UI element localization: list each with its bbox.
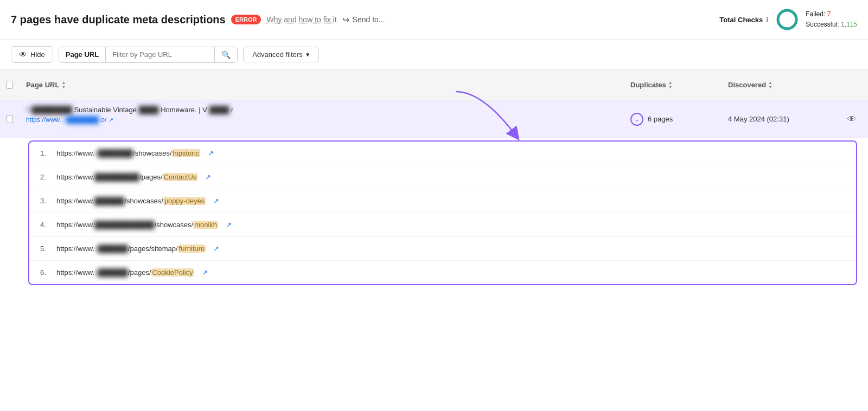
successful-label: Successful: [806, 21, 839, 28]
checks-stats: Failed: 7 Successful: 1,115 [806, 9, 857, 30]
send-to-button[interactable]: ↪ Send to... [342, 15, 385, 25]
search-icon: 🔍 [221, 50, 231, 59]
col-header-page-url[interactable]: Page URL ▲▼ [20, 75, 624, 94]
title-section: 7 pages have duplicate meta descriptions… [11, 14, 711, 26]
dup-index: 5. [40, 245, 51, 253]
list-item: 4. https://www.████████████/showcases/mo… [29, 213, 856, 237]
table-row: Vi████████ Sustainable Vintage ████ Home… [0, 100, 868, 138]
advanced-filters-button[interactable]: Advanced filters ▾ [243, 47, 319, 62]
external-link-icon: ↗ [108, 117, 113, 124]
list-item: 2. https://www.█████████/pages/ContactUs… [29, 165, 856, 189]
successful-count: 1,115 [841, 21, 857, 28]
failed-count: 7 [827, 10, 831, 18]
select-all-cell [0, 75, 20, 94]
svg-point-1 [778, 10, 796, 29]
dup-external-link-1[interactable]: ↗ [208, 149, 214, 157]
table-header: Page URL ▲▼ Duplicates ▲▼ Discovered ▲▼ [0, 70, 868, 100]
dup-index: 4. [40, 221, 51, 229]
list-item: 6. https://www.v██████/pages/CookiePolic… [29, 261, 856, 284]
page-url-label: Page URL [59, 47, 106, 62]
total-checks-label: Total Checks [719, 16, 763, 24]
sort-arrows-url: ▲▼ [61, 81, 66, 89]
dup-index: 1. [40, 149, 51, 157]
row-checkbox[interactable] [7, 115, 13, 123]
col-header-duplicates[interactable]: Duplicates ▲▼ [624, 75, 722, 94]
filter-bar: 👁 Hide Page URL 🔍 Advanced filters ▾ [0, 40, 868, 70]
hide-button[interactable]: 👁 Hide [11, 46, 53, 63]
search-button[interactable]: 🔍 [214, 47, 237, 62]
dup-external-link-6[interactable]: ↗ [202, 268, 208, 277]
row-discovered-cell: 4 May 2024 (02:31) [722, 100, 841, 138]
row-url-cell: Vi████████ Sustainable Vintage ████ Home… [20, 100, 624, 138]
list-item: 1. https://www.v███████/showcases/hipsto… [29, 142, 856, 165]
row-actions-cell: 👁 [841, 100, 868, 138]
duplicates-count: 6 pages [648, 115, 673, 123]
duplicates-expanded-panel: 1. https://www.v███████/showcases/hipsto… [28, 140, 857, 285]
row-eye-button[interactable]: 👁 [847, 114, 856, 124]
list-item: 3. https://www.██████/showcases/poppy-de… [29, 189, 856, 213]
col-header-discovered[interactable]: Discovered ▲▼ [722, 75, 841, 94]
url-filter-input[interactable] [106, 47, 214, 62]
dup-external-link-5[interactable]: ↗ [213, 245, 219, 253]
dup-index: 3. [40, 197, 51, 205]
row-duplicates-cell: ⌄ 6 pages [624, 100, 722, 138]
total-checks-panel: Total Checks ℹ Failed: 7 Successful: 1,1… [719, 8, 857, 31]
chevron-down-icon: ▾ [306, 50, 310, 59]
data-table: Page URL ▲▼ Duplicates ▲▼ Discovered ▲▼ … [0, 70, 868, 292]
select-all-checkbox[interactable] [7, 81, 13, 89]
page-url-link[interactable]: https://www.v███████o/ ↗ [26, 116, 113, 124]
info-icon[interactable]: ℹ [766, 16, 769, 23]
expand-duplicates-button[interactable]: ⌄ [630, 113, 643, 126]
send-to-icon: ↪ [342, 15, 349, 25]
error-badge: error [231, 15, 261, 24]
page-title-text: Vi████████ Sustainable Vintage ████ Home… [26, 106, 233, 114]
fix-link[interactable]: Why and how to fix it [266, 15, 336, 24]
dup-external-link-2[interactable]: ↗ [205, 173, 211, 181]
dup-index: 2. [40, 173, 51, 181]
url-filter-group: Page URL 🔍 [59, 47, 238, 63]
list-item: 5. https://www.v██████/pages/sitemap/fur… [29, 237, 856, 261]
sort-arrows-duplicates: ▲▼ [668, 81, 673, 89]
donut-chart [775, 8, 799, 31]
page-header: 7 pages have duplicate meta descriptions… [0, 0, 868, 40]
dup-external-link-4[interactable]: ↗ [226, 221, 232, 229]
dup-external-link-3[interactable]: ↗ [213, 197, 219, 205]
sort-arrows-discovered: ▲▼ [768, 81, 773, 89]
col-header-actions [841, 75, 868, 94]
failed-label: Failed: [806, 10, 825, 18]
dup-index: 6. [40, 268, 51, 277]
row-checkbox-cell [0, 100, 20, 138]
eye-icon: 👁 [19, 50, 27, 59]
page-title: 7 pages have duplicate meta descriptions [11, 14, 226, 26]
main-content: Page URL ▲▼ Duplicates ▲▼ Discovered ▲▼ … [0, 70, 868, 292]
